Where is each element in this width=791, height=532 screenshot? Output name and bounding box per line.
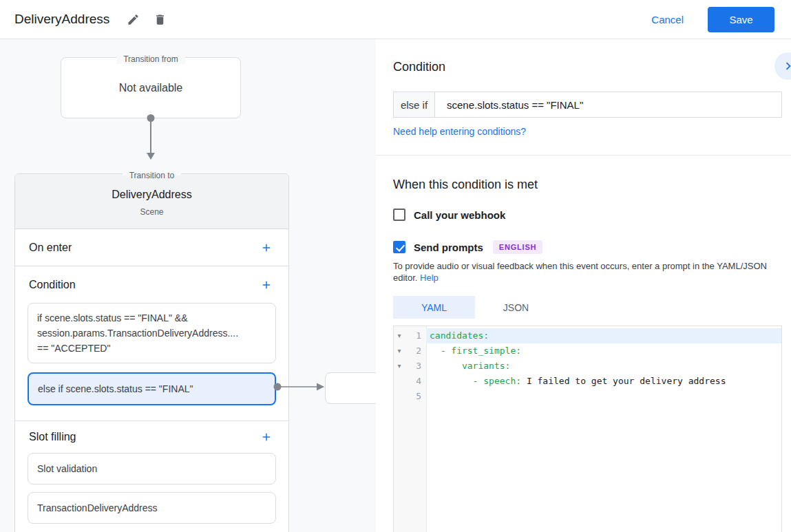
send-prompts-label: Send prompts — [414, 242, 483, 253]
webhook-checkbox[interactable] — [393, 209, 405, 221]
pencil-icon — [127, 13, 140, 26]
call-webhook-row[interactable]: Call your webhook — [393, 209, 782, 221]
fold-icon — [394, 374, 405, 389]
line-number: 3 — [405, 359, 426, 374]
on-enter-label: On enter — [29, 242, 72, 254]
panel-title: Condition — [393, 59, 782, 74]
connector-arrow-icon — [273, 381, 327, 392]
fold-icon[interactable]: ▾ — [394, 328, 405, 343]
code-line[interactable]: ▾ 1 candidates: — [394, 328, 781, 343]
code-line[interactable]: 4 - speech: I failed to get your deliver… — [394, 374, 781, 389]
scene-name: DeliveryAddress — [15, 189, 288, 201]
slot-item-validation[interactable]: Slot validation — [28, 453, 276, 485]
transition-from-value: Not available — [119, 82, 183, 94]
plus-icon — [260, 242, 273, 254]
delete-scene-button[interactable] — [151, 11, 168, 28]
yaml-code-editor[interactable]: ▾ 1 candidates: ▾ 2 - first_simple: ▾ 3 … — [393, 326, 782, 532]
add-slot-button[interactable] — [258, 429, 275, 445]
chevron-right-icon — [781, 58, 791, 74]
transition-from-node: Transition from Not available — [61, 57, 241, 118]
page-title: DeliveryAddress — [14, 12, 109, 27]
editor-hint-text: To provide audio or visual feedback when… — [393, 260, 782, 284]
fold-icon[interactable]: ▾ — [394, 359, 405, 374]
when-met-title: When this condition is met — [393, 177, 782, 192]
plus-icon — [260, 279, 273, 291]
webhook-label: Call your webhook — [414, 209, 505, 221]
slot-item-transaction-delivery-address[interactable]: TransactionDeliveryAddress — [28, 492, 276, 524]
line-number: 5 — [405, 389, 426, 404]
conditions-help-link[interactable]: Need help entering conditions? — [393, 126, 526, 137]
on-enter-row: On enter — [15, 229, 288, 266]
code-line[interactable]: ▾ 2 - first_simple: — [394, 343, 781, 359]
cancel-button[interactable]: Cancel — [651, 14, 684, 25]
hint-help-link[interactable]: Help — [420, 273, 439, 283]
panel-divider — [376, 155, 791, 156]
line-number: 4 — [405, 374, 426, 389]
arrow-down-icon — [143, 114, 159, 162]
slot-filling-label: Slot filling — [29, 431, 76, 443]
tab-yaml[interactable]: YAML — [393, 296, 475, 319]
code-line[interactable]: ▾ 3 variants: — [394, 359, 781, 374]
line-number: 2 — [405, 343, 426, 359]
add-on-enter-button[interactable] — [258, 240, 275, 256]
code-line[interactable]: 5 — [394, 389, 781, 404]
tab-json[interactable]: JSON — [475, 296, 557, 319]
collapse-panel-button[interactable] — [774, 52, 791, 80]
send-prompts-row[interactable]: Send prompts ENGLISH — [393, 240, 782, 254]
transition-target-node[interactable] — [325, 372, 376, 404]
line-number: 1 — [405, 328, 426, 343]
transition-from-legend: Transition from — [61, 52, 240, 65]
scene-node-card: Transition to DeliveryAddress Scene On e… — [14, 173, 289, 532]
send-prompts-checkbox[interactable] — [393, 241, 405, 253]
scene-diagram-panel: Transition from Not available Transition… — [0, 39, 376, 532]
scene-node-header[interactable]: DeliveryAddress Scene — [15, 174, 288, 229]
condition-section: Condition if scene.slots.status == "FINA… — [15, 266, 288, 421]
edit-title-button[interactable] — [125, 11, 141, 28]
editor-tabs: YAML JSON — [393, 296, 782, 319]
condition-item-if[interactable]: if scene.slots.status == "FINAL" && sess… — [28, 303, 276, 363]
language-badge: ENGLISH — [493, 240, 543, 254]
condition-expression-input[interactable] — [435, 92, 781, 117]
top-header: DeliveryAddress Cancel Save — [0, 0, 791, 39]
save-button[interactable]: Save — [708, 7, 774, 32]
condition-detail-panel: Condition else if Need help entering con… — [376, 39, 791, 532]
fold-icon — [394, 389, 405, 404]
slot-filling-section: Slot filling Slot validation Transaction… — [15, 421, 288, 532]
add-condition-button[interactable] — [258, 277, 275, 293]
trash-icon — [154, 13, 167, 26]
condition-expression-row: else if — [393, 92, 782, 118]
plus-icon — [260, 431, 273, 443]
condition-prefix-label: else if — [394, 92, 435, 117]
condition-item-elseif-selected[interactable]: else if scene.slots.status == "FINAL" — [28, 372, 276, 405]
condition-section-label: Condition — [29, 279, 76, 291]
scene-type-label: Scene — [15, 207, 288, 217]
fold-icon[interactable]: ▾ — [394, 343, 405, 359]
